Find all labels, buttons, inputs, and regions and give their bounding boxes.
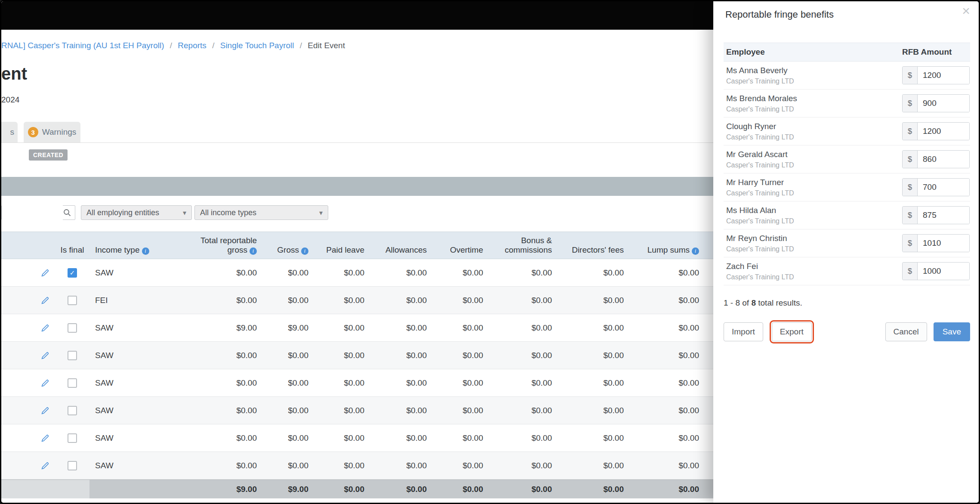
- employee-company: Casper's Training LTD: [726, 77, 902, 85]
- rfb-amount-input[interactable]: [918, 95, 969, 112]
- edit-icon[interactable]: [40, 296, 50, 305]
- rfb-table: Employee RFB Amount Ms Anna BeverlyCaspe…: [724, 43, 970, 285]
- edit-icon[interactable]: [40, 378, 50, 388]
- rfb-row: Mr Harry TurnerCasper's Training LTD $: [724, 173, 970, 201]
- col-allowances: Allowances: [385, 245, 427, 255]
- rfb-amount-input[interactable]: [918, 67, 969, 84]
- edit-icon[interactable]: [40, 323, 50, 333]
- directors-fees-value: $0.00: [555, 342, 626, 369]
- rfb-amount-field: $: [902, 66, 970, 84]
- table-row: FEI $0.00 $0.00 $0.00 $0.00 $0.00 $0.00 …: [1, 287, 715, 314]
- table-row: SAW $0.00 $0.00 $0.00 $0.00 $0.00 $0.00 …: [1, 452, 715, 479]
- income-type-value: SAW: [89, 314, 166, 341]
- income-type-value: SAW: [89, 342, 166, 369]
- employee-company: Casper's Training LTD: [726, 105, 902, 113]
- tab-partial[interactable]: s: [1, 122, 18, 142]
- cancel-button[interactable]: Cancel: [885, 322, 927, 341]
- income-type-value: SAW: [89, 397, 166, 424]
- bonus-commissions-value: $0.00: [486, 424, 555, 451]
- is-final-checkbox[interactable]: [68, 351, 77, 360]
- totals-row: $9.00 $9.00 $0.00 $0.00 $0.00 $0.00 $0.0…: [1, 479, 715, 498]
- rfb-amount-input[interactable]: [918, 123, 969, 140]
- warnings-count-badge: 3: [28, 127, 38, 137]
- col-rfb-amount: RFB Amount: [902, 47, 970, 57]
- overtime-value: $0.00: [429, 342, 486, 369]
- is-final-checkbox[interactable]: [68, 406, 77, 415]
- info-icon[interactable]: i: [250, 247, 257, 255]
- income-type-value: FEI: [89, 287, 166, 314]
- col-bonus-commissions: Bonus & commissions: [486, 236, 552, 255]
- overtime-value: $0.00: [429, 314, 486, 341]
- col-paid-leave: Paid leave: [326, 245, 364, 255]
- export-button[interactable]: Export: [772, 322, 812, 341]
- search-input[interactable]: [2, 205, 63, 220]
- info-icon[interactable]: i: [301, 247, 308, 255]
- rfb-amount-input[interactable]: [918, 151, 969, 168]
- lump-sums-value: $0.00: [626, 314, 702, 341]
- edit-icon[interactable]: [40, 433, 50, 443]
- close-icon[interactable]: ×: [962, 4, 970, 18]
- lump-sums-value: $0.00: [626, 287, 702, 314]
- edit-icon[interactable]: [40, 406, 50, 415]
- rfb-row: Zach FeiCasper's Training LTD $: [724, 257, 970, 285]
- currency-prefix: $: [903, 207, 918, 224]
- filter-bar: All employing entities ▾ All income type…: [1, 205, 715, 220]
- is-final-checkbox[interactable]: [68, 378, 77, 388]
- bonus-commissions-value: $0.00: [486, 287, 555, 314]
- is-final-checkbox[interactable]: [68, 296, 77, 305]
- currency-prefix: $: [903, 67, 918, 84]
- lump-sums-total: $0.00: [626, 480, 702, 498]
- total-reportable-gross-value: $0.00: [166, 452, 259, 479]
- is-final-checkbox[interactable]: [68, 433, 77, 443]
- is-final-checkbox[interactable]: [68, 323, 77, 333]
- tab-warnings[interactable]: 3 Warnings: [24, 122, 80, 142]
- chevron-down-icon: ▾: [177, 209, 186, 217]
- currency-prefix: $: [903, 179, 918, 196]
- bonus-commissions-value: $0.00: [486, 397, 555, 424]
- import-button[interactable]: Import: [724, 322, 763, 341]
- total-reportable-gross-value: $0.00: [166, 424, 259, 451]
- lump-sums-value: $0.00: [626, 369, 702, 396]
- rfb-row: Clough RynerCasper's Training LTD $: [724, 117, 970, 145]
- employee-company: Casper's Training LTD: [726, 217, 902, 225]
- info-icon[interactable]: i: [142, 247, 149, 255]
- total-reportable-gross-total: $9.00: [166, 480, 259, 498]
- currency-prefix: $: [903, 235, 918, 252]
- employing-entities-select[interactable]: All employing entities ▾: [81, 205, 192, 220]
- save-button[interactable]: Save: [934, 322, 970, 341]
- employee-name: Zach Fei: [726, 262, 902, 271]
- income-types-select[interactable]: All income types ▾: [194, 205, 328, 220]
- employee-company: Casper's Training LTD: [726, 133, 902, 141]
- rfb-amount-input[interactable]: [918, 179, 969, 196]
- dialog-actions: Import Export Cancel Save: [724, 322, 970, 341]
- directors-fees-value: $0.00: [555, 424, 626, 451]
- rfb-amount-input[interactable]: [918, 235, 969, 252]
- info-icon[interactable]: i: [692, 247, 699, 255]
- rfb-amount-field: $: [902, 94, 970, 112]
- lump-sums-value: $0.00: [626, 452, 702, 479]
- search-box: [1, 205, 75, 220]
- breadcrumb-org-link[interactable]: RNAL] Casper's Training (AU 1st EH Payro…: [1, 41, 164, 50]
- edit-icon[interactable]: [40, 461, 50, 470]
- edit-icon[interactable]: [40, 351, 50, 360]
- rfb-amount-input[interactable]: [918, 263, 969, 280]
- top-nav-bar: [1, 1, 715, 30]
- rfb-amount-input[interactable]: [918, 207, 969, 224]
- allowances-value: $0.00: [367, 314, 429, 341]
- rfb-row: Mr Reyn ChristinCasper's Training LTD $: [724, 229, 970, 257]
- allowances-value: $0.00: [367, 259, 429, 286]
- employee-name: Ms Brenda Morales: [726, 94, 902, 103]
- is-final-checkbox[interactable]: [68, 461, 77, 470]
- employee-name: Mr Gerald Ascart: [726, 150, 902, 159]
- edit-icon[interactable]: [40, 268, 50, 278]
- breadcrumb-reports-link[interactable]: Reports: [178, 41, 206, 50]
- currency-prefix: $: [903, 95, 918, 112]
- is-final-checkbox[interactable]: ✓: [68, 268, 77, 278]
- gross-value: $0.00: [259, 452, 311, 479]
- table-row: SAW $0.00 $0.00 $0.00 $0.00 $0.00 $0.00 …: [1, 397, 715, 424]
- breadcrumb-stp-link[interactable]: Single Touch Payroll: [220, 41, 294, 50]
- table-row: SAW $0.00 $0.00 $0.00 $0.00 $0.00 $0.00 …: [1, 342, 715, 369]
- currency-prefix: $: [903, 123, 918, 140]
- currency-prefix: $: [903, 151, 918, 168]
- directors-fees-value: $0.00: [555, 452, 626, 479]
